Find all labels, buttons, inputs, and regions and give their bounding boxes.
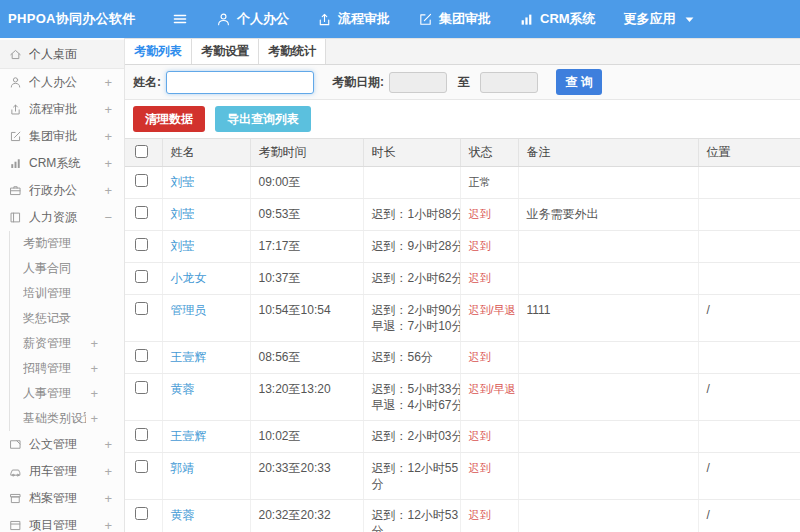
menu-icon[interactable] [172,11,188,27]
expand-icon: + [104,156,112,171]
sidebar-subitem-recruitment-management[interactable]: 招聘管理+ [10,356,124,381]
sidebar-subitem-salary-management[interactable]: 薪资管理+ [10,331,124,356]
expand-icon: + [90,411,98,426]
attendance-time-cell: 17:17至 [250,231,363,263]
date-to-input[interactable] [480,72,538,93]
sidebar-item-document-management[interactable]: 公文管理+ [0,431,124,458]
row-checkbox[interactable] [135,302,148,315]
nav-item-label: 流程审批 [338,10,390,28]
filter-bar: 姓名: 考勤日期: 至 查 询 [125,65,800,100]
row-checkbox[interactable] [135,460,148,473]
attendance-time-cell: 10:54至10:54 [250,295,363,342]
table-row: 刘莹17:17至迟到：9小时28分迟到 [125,231,800,263]
duration-cell: 迟到：12小时55 分 [363,453,460,500]
sidebar-subitem-basic-category-settings[interactable]: 基础类别设置+ [10,406,124,431]
sidebar-item-label: CRM系统 [29,155,100,172]
nav-item-group-approval[interactable]: 集团审批 [404,0,505,38]
tab-bar: 考勤列表考勤设置考勤统计 [125,38,800,65]
sidebar-subitem-reward-punishment-records[interactable]: 奖惩记录 [10,306,124,331]
person-icon [216,12,231,27]
expand-icon: − [104,210,112,225]
employee-name-link[interactable]: 黄蓉 [171,382,195,396]
status-cell: 迟到/早退 [460,295,518,342]
sidebar-item-project-management[interactable]: 项目管理+ [0,512,124,532]
sidebar-item-label: 个人办公 [29,74,100,91]
location-cell: / [698,295,800,342]
nav-item-label: 更多应用 [624,10,676,28]
sidebar-item-archive-management[interactable]: 档案管理+ [0,485,124,512]
sidebar-item-group-approval[interactable]: 集团审批+ [0,123,124,150]
edit-icon [418,12,433,27]
book-icon [9,211,22,224]
employee-name-link[interactable]: 郭靖 [171,461,195,475]
sidebar-item-personal-desktop[interactable]: 个人桌面 [0,40,124,69]
sidebar-item-crm-system[interactable]: CRM系统+ [0,150,124,177]
employee-name-link[interactable]: 刘莹 [171,239,195,253]
duration-cell: 迟到：2小时62分 [363,263,460,295]
row-checkbox[interactable] [135,381,148,394]
row-checkbox[interactable] [135,349,148,362]
date-from-input[interactable] [389,72,447,93]
row-checkbox[interactable] [135,507,148,520]
employee-name-link[interactable]: 黄蓉 [171,508,195,522]
row-checkbox-cell [125,263,162,295]
table-row: 黄蓉20:32至20:32迟到：12小时53 分迟到/ [125,500,800,532]
nav-item-workflow-approval[interactable]: 流程审批 [303,0,404,38]
attendance-date-label: 考勤日期: [332,74,384,91]
sidebar-item-label: 流程审批 [29,101,100,118]
name-cell: 刘莹 [162,199,250,231]
note-cell: 业务需要外出 [518,199,698,231]
select-all-checkbox[interactable] [135,145,148,158]
nav-item-personal-office[interactable]: 个人办公 [202,0,303,38]
sidebar-submenu: 考勤管理人事合同培训管理奖惩记录薪资管理+招聘管理+人事管理+基础类别设置+ [9,231,124,431]
table-row: 王壹辉10:02至迟到：2小时03分迟到 [125,421,800,453]
sidebar-subitem-personnel-contract[interactable]: 人事合同 [10,256,124,281]
nav-item-crm-system[interactable]: CRM系统 [505,0,610,38]
location-cell: / [698,453,800,500]
name-cell: 郭靖 [162,453,250,500]
sidebar-item-label: 个人桌面 [29,46,112,63]
duration-cell: 迟到：5小时33分 早退：4小时67分 [363,374,460,421]
sidebar-item-label: 集团审批 [29,128,100,145]
attendance-time-cell: 13:20至13:20 [250,374,363,421]
status-badge: 正常 [469,176,491,188]
tab-attendance-list[interactable]: 考勤列表 [125,39,192,64]
note-cell [518,167,698,199]
row-checkbox[interactable] [135,428,148,441]
expand-icon: + [104,102,112,117]
row-checkbox[interactable] [135,206,148,219]
expand-icon: + [90,361,98,376]
row-checkbox[interactable] [135,174,148,187]
expand-icon: + [104,183,112,198]
person-icon [9,76,22,89]
sidebar-subitem-attendance-management[interactable]: 考勤管理 [10,231,124,256]
sidebar-subitem-personnel-management[interactable]: 人事管理+ [10,381,124,406]
employee-name-link[interactable]: 管理员 [171,303,207,317]
duration-cell: 迟到：56分 [363,342,460,374]
note-cell [518,342,698,374]
expand-icon: + [90,386,98,401]
tab-attendance-settings[interactable]: 考勤设置 [192,39,259,64]
employee-name-link[interactable]: 刘莹 [171,175,195,189]
clean-data-button[interactable]: 清理数据 [133,106,205,132]
tab-attendance-statistics[interactable]: 考勤统计 [259,39,326,64]
table-row: 刘莹09:00至正常 [125,167,800,199]
sidebar-item-personal-office[interactable]: 个人办公+ [0,69,124,96]
sidebar-item-workflow-approval[interactable]: 流程审批+ [0,96,124,123]
row-checkbox-cell [125,500,162,532]
name-input[interactable] [166,71,314,94]
sidebar-subitem-label: 培训管理 [23,285,98,302]
nav-item-more-apps[interactable]: 更多应用 [610,0,711,38]
employee-name-link[interactable]: 王壹辉 [171,350,207,364]
sidebar-subitem-training-management[interactable]: 培训管理 [10,281,124,306]
employee-name-link[interactable]: 王壹辉 [171,429,207,443]
search-button[interactable]: 查 询 [556,69,602,95]
export-list-button[interactable]: 导出查询列表 [215,106,311,132]
employee-name-link[interactable]: 刘莹 [171,207,195,221]
sidebar-item-human-resources[interactable]: 人力资源− [0,204,124,231]
row-checkbox[interactable] [135,270,148,283]
employee-name-link[interactable]: 小龙女 [171,271,207,285]
row-checkbox[interactable] [135,238,148,251]
sidebar-item-admin-office[interactable]: 行政办公+ [0,177,124,204]
sidebar-item-vehicle-management[interactable]: 用车管理+ [0,458,124,485]
